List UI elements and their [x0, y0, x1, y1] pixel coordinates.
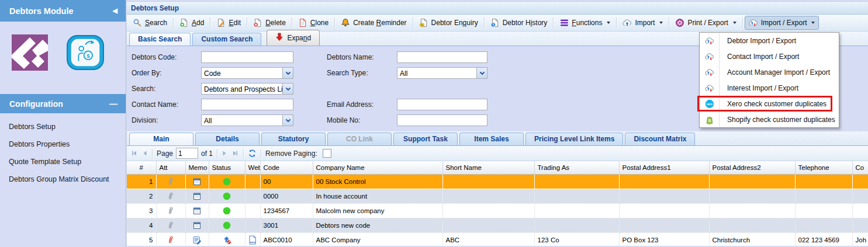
cell-att[interactable]	[156, 175, 185, 189]
configuration-section-header[interactable]: Configuration —	[0, 94, 126, 113]
cell-trading-as[interactable]: 123 Co	[534, 233, 619, 246]
cell-company-name[interactable]: ABC Company	[313, 233, 442, 246]
interest-import-export-menu-item[interactable]: Interest Import / Export	[700, 80, 839, 96]
cell-memo[interactable]	[185, 218, 209, 233]
chevron-down-icon[interactable]	[282, 115, 293, 126]
table-row-5[interactable]: 5wwwABC0010ABC CompanyABC123 CoPO Box 12…	[127, 233, 868, 246]
sidebar-item-quote-template-setup[interactable]: Quote Template Setup	[0, 153, 126, 171]
column-header-memo[interactable]: Memo	[185, 161, 209, 175]
table-row-1[interactable]: 10000 Stock Control	[127, 175, 868, 189]
cell-num[interactable]: 5	[127, 233, 156, 246]
mobile-no-input[interactable]	[397, 114, 487, 126]
cell-co[interactable]	[852, 204, 868, 218]
expand-button[interactable]: Expand	[267, 30, 320, 46]
cell-status[interactable]	[209, 218, 245, 233]
tab-item-sales[interactable]: Item Sales	[459, 133, 524, 145]
order-by-select[interactable]: Code	[201, 67, 293, 79]
cell-postal-address1[interactable]	[619, 204, 709, 218]
cell-co[interactable]	[852, 175, 868, 189]
cell-postal-address1[interactable]	[619, 189, 709, 204]
tab-custom-search[interactable]: Custom Search	[192, 33, 261, 46]
create-reminder-button[interactable]: Create Reminder	[337, 16, 410, 30]
cell-telephone[interactable]: 022 123 4569	[795, 233, 852, 246]
contact-import-export-menu-item[interactable]: Contact Import / Export	[700, 48, 839, 64]
add-button[interactable]: Add	[175, 16, 208, 30]
cell-code[interactable]: 0000	[260, 189, 313, 204]
chevron-down-icon[interactable]	[282, 68, 293, 78]
cell-postal-address2[interactable]	[709, 175, 795, 189]
clone-button[interactable]: Clone	[294, 16, 333, 30]
cell-short-name[interactable]: ABC	[442, 233, 534, 246]
cell-postal-address2[interactable]: Christchurch	[709, 233, 795, 246]
last-page-button[interactable]	[231, 149, 239, 157]
print-export-button[interactable]: Print / Export	[671, 16, 740, 30]
cell-num[interactable]: 2	[127, 189, 156, 204]
import-export-button[interactable]: Import / Export	[745, 16, 819, 30]
cell-trading-as[interactable]	[534, 218, 619, 233]
cell-att[interactable]	[156, 233, 185, 246]
cell-company-name[interactable]: Malcolm new company	[313, 204, 442, 218]
tab-pricing-level-link-items[interactable]: Pricing Level Link Items	[525, 133, 623, 145]
cell-short-name[interactable]	[442, 218, 534, 233]
tab-basic-search[interactable]: Basic Search	[129, 33, 191, 46]
cell-att[interactable]	[156, 218, 185, 233]
delete-button[interactable]: Delete	[249, 16, 290, 30]
chevron-down-icon[interactable]	[282, 84, 293, 94]
cell-trading-as[interactable]	[534, 175, 619, 189]
shopify-check-customer-duplicates-menu-item[interactable]: SShopify check customer duplicates	[700, 112, 839, 127]
table-row-2[interactable]: 20000In house account	[127, 189, 868, 204]
column-header-telephone[interactable]: Telephone	[795, 161, 852, 175]
first-page-button[interactable]	[130, 149, 139, 157]
column-header-att[interactable]: Att	[156, 161, 185, 175]
cell-telephone[interactable]	[795, 189, 852, 204]
debtors-code-input[interactable]	[201, 51, 293, 63]
functions-button[interactable]: Functions	[555, 16, 614, 30]
cell-postal-address1[interactable]	[619, 175, 709, 189]
cell-company-name[interactable]: Debtors new code	[313, 218, 442, 233]
previous-page-button[interactable]	[141, 149, 148, 157]
cell-att[interactable]	[156, 189, 185, 204]
cell-code[interactable]: 3001	[260, 218, 313, 233]
column-header-postal-address2[interactable]: Postal Address2	[709, 161, 795, 175]
cell-status[interactable]	[209, 189, 245, 204]
column-header-short-name[interactable]: Short Name	[442, 161, 534, 175]
cell-postal-address2[interactable]	[709, 204, 795, 218]
cell-telephone[interactable]	[795, 218, 852, 233]
cell-trading-as[interactable]	[534, 189, 619, 204]
cell-co[interactable]: Joh	[852, 233, 868, 246]
cell-memo[interactable]	[185, 233, 209, 246]
edit-button[interactable]: Edit	[212, 16, 245, 30]
cell-telephone[interactable]	[795, 204, 852, 218]
column-header-webs[interactable]: Webs	[245, 161, 260, 175]
cell-memo[interactable]	[185, 175, 209, 189]
table-row-4[interactable]: 43001Debtors new code	[127, 218, 868, 233]
cell-postal-address2[interactable]	[709, 189, 795, 204]
cell-short-name[interactable]	[442, 204, 534, 218]
contact-name-input[interactable]	[201, 99, 293, 110]
cell-co[interactable]	[852, 218, 868, 233]
page-number-input[interactable]	[176, 148, 198, 159]
cell-co[interactable]	[852, 189, 868, 204]
tab-support-task[interactable]: Support Task	[393, 133, 458, 145]
account-manager-import-export-menu-item[interactable]: Account Manager Import / Export	[700, 64, 839, 80]
cell-code[interactable]: 00	[260, 175, 313, 189]
cell-web[interactable]	[245, 204, 260, 218]
division-select[interactable]: All	[201, 114, 293, 126]
cell-web[interactable]	[245, 175, 260, 189]
cell-memo[interactable]	[185, 189, 209, 204]
search-button[interactable]: Search	[129, 16, 171, 30]
cell-num[interactable]: 3	[127, 204, 156, 218]
sidebar-item-debtors-setup[interactable]: Debtors Setup	[0, 118, 126, 135]
column-header-row-number[interactable]: #	[127, 161, 156, 175]
cell-short-name[interactable]	[442, 189, 534, 204]
debtor-import-export-menu-item[interactable]: Debtor Import / Export	[700, 33, 839, 48]
column-header-company-name[interactable]: Company Name	[313, 161, 442, 175]
cell-company-name[interactable]: In house account	[313, 189, 442, 204]
cell-postal-address2[interactable]	[709, 218, 795, 233]
sidebar-item-debtors-group-matrix-discount[interactable]: Debtors Group Matrix Discount	[0, 171, 126, 188]
import-button[interactable]: Import	[618, 16, 667, 30]
debtor-enquiry-button[interactable]: Debtor Enquiry	[415, 16, 482, 30]
cell-status[interactable]	[209, 204, 245, 218]
cell-web[interactable]	[245, 189, 260, 204]
chevron-down-icon[interactable]	[476, 68, 487, 78]
